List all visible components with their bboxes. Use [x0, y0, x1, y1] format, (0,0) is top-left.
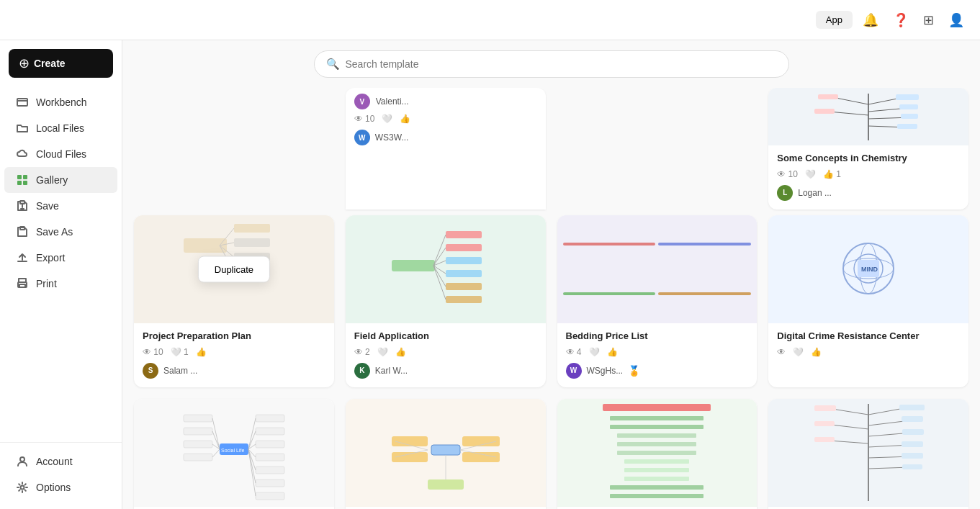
- card-meta-project-prep: 👁 10 🤍 1 👍: [143, 347, 325, 357]
- create-button[interactable]: ⊕ Create: [9, 49, 113, 78]
- heart-icon: 🤍: [382, 114, 392, 124]
- card-partial-1[interactable]: V Valenti... 👁 10 🤍 👍 W WS3W...: [346, 88, 546, 210]
- heart: 🤍: [377, 347, 388, 357]
- svg-point-11: [20, 457, 24, 461]
- help-icon[interactable]: ❓: [889, 9, 913, 31]
- svg-rect-92: [617, 433, 696, 438]
- card-meta-chemistry: 👁 10 🤍 👍 1: [777, 169, 960, 179]
- sidebar-item-account[interactable]: Account: [4, 449, 117, 474]
- search-input[interactable]: [346, 58, 777, 70]
- search-icon: 🔍: [326, 58, 340, 71]
- card-chemistry-partial[interactable]: Some Concepts in Chemistry 👁 10 🤍 👍 1 L …: [768, 88, 968, 210]
- grid-icon[interactable]: ⊞: [919, 9, 938, 31]
- card-thumb-chemistry-partial: [768, 88, 968, 145]
- sidebar-label-save-as: Save As: [36, 226, 73, 238]
- sidebar-item-cloud-files[interactable]: Cloud Files: [4, 141, 117, 167]
- create-label: Create: [34, 58, 66, 69]
- views: 👁 2: [354, 347, 370, 357]
- svg-rect-22: [901, 114, 918, 119]
- svg-rect-3: [23, 175, 27, 179]
- duplicate-label: Duplicate: [215, 263, 253, 274]
- card-body-bedding: Bedding Price List 👁 4 🤍 👍 W WSgHs... 🏅: [557, 323, 758, 387]
- svg-line-107: [832, 409, 868, 415]
- sidebar-item-options[interactable]: Options: [4, 474, 117, 500]
- svg-rect-115: [902, 464, 922, 469]
- svg-line-45: [433, 266, 446, 274]
- duplicate-tooltip[interactable]: Duplicate: [198, 256, 270, 282]
- svg-rect-65: [184, 441, 212, 448]
- bedding-img-3: [563, 292, 656, 295]
- card-social-life[interactable]: Social Life: [134, 399, 334, 509]
- svg-rect-58: [256, 441, 284, 448]
- topbar: App 🔔 ❓ ⊞ 👤: [0, 0, 980, 40]
- sidebar: ⊕ Create Workbench Local Files Cloud Fil…: [0, 40, 122, 509]
- card-field-app[interactable]: Field Application 👁 2 🤍 👍 K Karl W...: [346, 215, 546, 387]
- card-author: W WS3W...: [354, 130, 537, 145]
- wsghs-name: WSgHs...: [587, 366, 624, 376]
- app-button[interactable]: App: [816, 11, 853, 29]
- chemistry-thumb-svg: [804, 90, 933, 144]
- logan-name: Logan ...: [798, 188, 832, 198]
- user-icon[interactable]: 👤: [944, 9, 968, 31]
- likes: 👍 1: [823, 169, 841, 179]
- svg-rect-6: [20, 201, 24, 204]
- svg-rect-113: [902, 441, 923, 447]
- heart: 🤍: [805, 169, 816, 179]
- card-body-project-prep: Project Preparation Plan 👁 10 🤍 1 👍 S Sa…: [134, 323, 334, 387]
- card-project-prep[interactable]: Duplicate Project Preparation Plan: [134, 215, 334, 387]
- sidebar-item-workbench[interactable]: Workbench: [4, 89, 117, 115]
- svg-rect-81: [462, 452, 500, 462]
- gold-badge: 🏅: [628, 365, 640, 377]
- svg-line-70: [212, 449, 220, 457]
- svg-rect-118: [814, 437, 835, 442]
- svg-rect-0: [17, 99, 27, 106]
- sidebar-item-export[interactable]: Export: [4, 245, 117, 271]
- svg-line-109: [830, 441, 868, 443]
- svg-rect-40: [446, 283, 482, 290]
- card-digital-crime[interactable]: MIND Digital Crime Resistance Center 👁 🤍…: [768, 215, 968, 387]
- svg-rect-62: [256, 492, 284, 500]
- card-author-chemistry: L Logan ...: [777, 185, 960, 201]
- karl-avatar: K: [354, 363, 370, 379]
- svg-rect-111: [902, 416, 923, 422]
- freelancer-svg: [388, 400, 503, 505]
- card-bedding[interactable]: Bedding Price List 👁 4 🤍 👍 W WSgHs... 🏅: [557, 215, 758, 387]
- card-characters-freelancer[interactable]: Characters of Freelancer 👁 🤍 👍: [346, 399, 546, 509]
- cards-grid: Duplicate Project Preparation Plan: [122, 215, 980, 509]
- card-python-dev[interactable]: Python Developer Roadmap 👁 8 🤍 👍 W wSKr.…: [557, 399, 758, 509]
- svg-rect-56: [256, 415, 284, 422]
- sidebar-item-save-as[interactable]: Save As: [4, 219, 117, 245]
- heart: 🤍: [589, 347, 600, 357]
- sidebar-item-local-files[interactable]: Local Files: [4, 115, 117, 141]
- thumbup: 👍: [395, 347, 406, 357]
- card-meta-field-app: 👁 2 🤍 👍: [354, 347, 537, 357]
- svg-rect-41: [446, 296, 482, 303]
- svg-rect-61: [256, 479, 284, 487]
- sidebar-item-gallery[interactable]: Gallery: [4, 167, 117, 193]
- sidebar-item-save[interactable]: Save: [4, 193, 117, 219]
- svg-rect-117: [814, 421, 835, 426]
- sidebar-item-print[interactable]: Print: [4, 271, 117, 297]
- bell-icon[interactable]: 🔔: [858, 9, 883, 31]
- card-chemistry[interactable]: Some Concepts in Chemistry 👁 10 🤍 👍 1 L …: [768, 399, 968, 509]
- svg-rect-98: [610, 485, 703, 490]
- python-svg: [599, 400, 714, 505]
- social-life-svg: Social Life: [176, 400, 292, 505]
- svg-text:Social Life: Social Life: [221, 448, 244, 453]
- svg-rect-96: [624, 468, 689, 472]
- ws3w-author: WS3W...: [375, 132, 409, 143]
- svg-rect-63: [184, 415, 212, 422]
- svg-rect-27: [234, 224, 270, 233]
- card-body-digital-crime: Digital Crime Resistance Center 👁 🤍 👍: [768, 323, 968, 371]
- save-icon: [16, 199, 29, 212]
- sidebar-label-print: Print: [36, 278, 57, 289]
- card-author-project-prep: S Salam ...: [143, 363, 325, 379]
- thumbup-icon: 👍: [196, 347, 207, 357]
- svg-point-12: [21, 486, 24, 490]
- chem-svg: [811, 400, 926, 505]
- top-partial-row: V Valenti... 👁 10 🤍 👍 W WS3W...: [122, 88, 980, 215]
- svg-rect-116: [814, 405, 836, 411]
- svg-rect-24: [818, 94, 838, 99]
- svg-rect-37: [446, 244, 482, 251]
- svg-rect-82: [428, 479, 464, 490]
